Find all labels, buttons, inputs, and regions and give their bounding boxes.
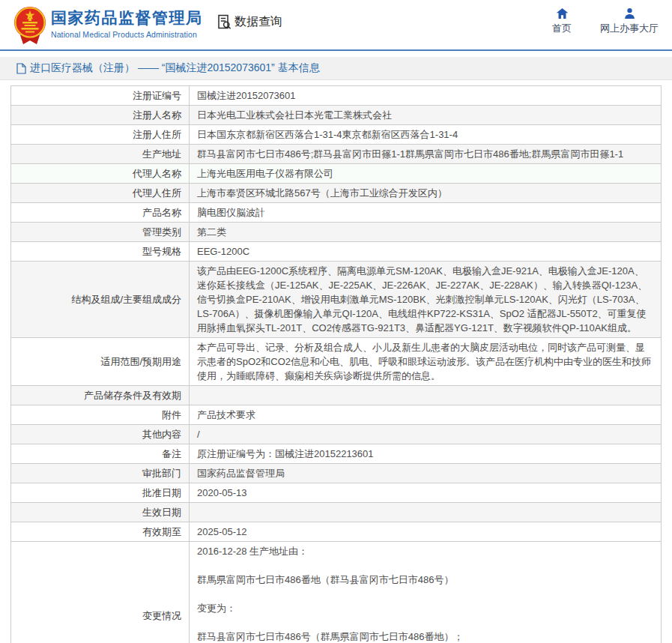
field-value: EEG-1200C <box>190 242 662 262</box>
field-label: 产品储存条件及有效期 <box>11 386 190 405</box>
field-value: 本产品可导出、记录、分析及组合成人、小儿及新生儿患者的大脑皮层活动电位，同时该产… <box>190 338 662 386</box>
nav-item-label: 首页 <box>552 22 572 35</box>
table-row: 产品名称 脑电图仪脳波計 <box>11 203 662 223</box>
table-row: 适用范围/预期用途 本产品可导出、记录、分析及组合成人、小儿及新生儿患者的大脑皮… <box>11 338 662 386</box>
field-label: 其他内容 <box>11 425 190 444</box>
field-label: 代理人名称 <box>11 164 190 184</box>
site-subtitle: National Medical Products Administration <box>51 30 203 39</box>
field-value: 2020-05-13 <box>190 483 662 503</box>
national-emblem-logo[interactable] <box>11 5 49 46</box>
table-row: 注册人名称 日本光电工业株式会社日本光電工業株式会社 <box>11 106 662 125</box>
field-value: 国械注进20152073601 <box>190 86 662 106</box>
field-label: 备注 <box>11 444 190 464</box>
field-label: 注册人住所 <box>11 125 190 145</box>
data-query-link[interactable]: 数据查询 <box>216 13 282 30</box>
field-value <box>190 503 662 522</box>
table-row: 结构及组成/主要组成成分 该产品由EEG-1200C系统程序、隔离电源单元SM-… <box>11 262 662 338</box>
registration-info-table: 注册证编号 国械注进20152073601 注册人名称 日本光电工业株式会社日本… <box>10 85 662 643</box>
field-label: 批准日期 <box>11 483 190 503</box>
field-label: 附件 <box>11 405 190 425</box>
field-label: 结构及组成/主要组成成分 <box>11 262 190 338</box>
field-value: 2025-05-12 <box>190 522 662 542</box>
field-value: / <box>190 425 662 444</box>
breadcrumb-text: 进口医疗器械（注册） —— “国械注进20152073601” 基本信息 <box>30 61 320 75</box>
field-label: 型号规格 <box>11 242 190 262</box>
table-row: 生效日期 <box>11 503 662 522</box>
table-row: 审批部门 国家药品监督管理局 <box>11 464 662 483</box>
field-value: 日本光电工业株式会社日本光電工業株式会社 <box>190 106 662 125</box>
field-value: 日本国东京都新宿区西落合1-31-4東京都新宿区西落合1-31-4 <box>190 125 662 145</box>
table-row: 有效期至 2025-05-12 <box>11 522 662 542</box>
table-row: 注册证编号 国械注进20152073601 <box>11 86 662 106</box>
table-row: 注册人住所 日本国东京都新宿区西落合1-31-4東京都新宿区西落合1-31-4 <box>11 125 662 145</box>
field-value <box>190 386 662 405</box>
table-row: 代理人住所 上海市奉贤区环城北路567号（上海市工业综合开发区内） <box>11 184 662 203</box>
person-icon <box>623 7 636 19</box>
table-row: 型号规格 EEG-1200C <box>11 242 662 262</box>
nav-item-label: 网上办事大厅 <box>600 22 659 35</box>
field-value: 第二类 <box>190 223 662 242</box>
site-header: 国家药品监督管理局 National Medical Products Admi… <box>0 0 672 51</box>
field-value: 上海市奉贤区环城北路567号（上海市工业综合开发区内） <box>190 184 662 203</box>
field-label: 有效期至 <box>11 522 190 542</box>
field-label: 适用范围/预期用途 <box>11 338 190 386</box>
breadcrumb: 进口医疗器械（注册） —— “国械注进20152073601” 基本信息 <box>0 57 672 80</box>
field-label: 注册证编号 <box>11 86 190 106</box>
home-icon <box>556 7 569 19</box>
table-row: 附件 产品技术要求 <box>11 405 662 425</box>
top-nav: 首页 网上办事大厅 <box>552 7 659 35</box>
field-label: 生产地址 <box>11 145 190 164</box>
field-label: 产品名称 <box>11 203 190 223</box>
table-row: 代理人名称 上海光电医用电子仪器有限公司 <box>11 164 662 184</box>
table-row: 生产地址 群马县富冈市七日市486号;群马县富冈市田篠1-1群馬県富岡市七日市4… <box>11 145 662 164</box>
table-row: 管理类别 第二类 <box>11 223 662 242</box>
field-label: 变更情况 <box>11 542 190 643</box>
field-label: 代理人住所 <box>11 184 190 203</box>
national-emblem-icon <box>11 5 49 46</box>
field-label: 审批部门 <box>11 464 190 483</box>
table-row: 备注 原注册证编号为：国械注进20152213601 <box>11 444 662 464</box>
field-value: 群马县富冈市七日市486号;群马县富冈市田篠1-1群馬県富岡市七日市486番地;… <box>190 145 662 164</box>
field-value: 原注册证编号为：国械注进20152213601 <box>190 444 662 464</box>
site-title: 国家药品监督管理局 <box>51 8 203 28</box>
nav-item-home[interactable]: 首页 <box>552 7 572 35</box>
table-row: 批准日期 2020-05-13 <box>11 483 662 503</box>
table-row: 产品储存条件及有效期 <box>11 386 662 405</box>
field-label: 管理类别 <box>11 223 190 242</box>
document-icon <box>16 63 26 74</box>
table-row: 其他内容 / <box>11 425 662 444</box>
field-value: 产品技术要求 <box>190 405 662 425</box>
brand-block: 国家药品监督管理局 National Medical Products Admi… <box>51 8 203 39</box>
field-value: 国家药品监督管理局 <box>190 464 662 483</box>
field-label: 注册人名称 <box>11 106 190 125</box>
field-label: 生效日期 <box>11 503 190 522</box>
field-value: 脑电图仪脳波計 <box>190 203 662 223</box>
data-query-label: 数据查询 <box>234 14 282 30</box>
table-row: 变更情况 2016-12-28 生产地址由： 群馬県富岡市七日市486番地（群马… <box>11 542 662 643</box>
nav-item-service-hall[interactable]: 网上办事大厅 <box>600 7 659 35</box>
field-value: 上海光电医用电子仪器有限公司 <box>190 164 662 184</box>
field-value: 2016-12-28 生产地址由： 群馬県富岡市七日市486番地（群马县富冈市七… <box>190 542 662 643</box>
doc-search-icon <box>216 13 232 30</box>
field-value: 该产品由EEG-1200C系统程序、隔离电源单元SM-120AK、电极输入盒JE… <box>190 262 662 338</box>
